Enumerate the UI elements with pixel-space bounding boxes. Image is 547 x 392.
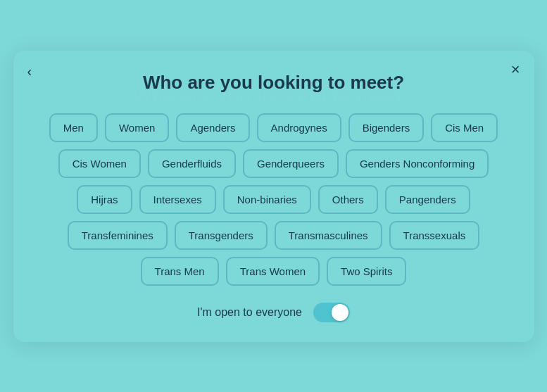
toggle-knob bbox=[332, 304, 348, 321]
tag-intersexes[interactable]: Intersexes bbox=[139, 185, 216, 214]
tag-men[interactable]: Men bbox=[49, 113, 98, 142]
tag-transmasculines[interactable]: Transmasculines bbox=[275, 221, 382, 250]
tag-women[interactable]: Women bbox=[105, 113, 169, 142]
tag-genders-nonconforming[interactable]: Genders Nonconforming bbox=[346, 149, 489, 178]
tag-transsexuals[interactable]: Transsexuals bbox=[389, 221, 480, 250]
tag-pangenders[interactable]: Pangenders bbox=[385, 185, 470, 214]
modal-header: Who are you looking to meet? bbox=[34, 72, 513, 94]
tag-agenders[interactable]: Agenders bbox=[176, 113, 249, 142]
open-everyone-toggle[interactable] bbox=[313, 303, 350, 322]
tag-cis-men[interactable]: Cis Men bbox=[431, 113, 498, 142]
tag-non-binaries[interactable]: Non-binaries bbox=[223, 185, 311, 214]
open-everyone-row: I'm open to everyone bbox=[34, 303, 513, 322]
tag-trans-men[interactable]: Trans Men bbox=[141, 257, 219, 286]
tag-trans-women[interactable]: Trans Women bbox=[226, 257, 320, 286]
close-button[interactable]: × bbox=[511, 62, 520, 77]
modal-dialog: ‹ Who are you looking to meet? × MenWome… bbox=[13, 51, 534, 342]
tag-androgynes[interactable]: Androgynes bbox=[257, 113, 341, 142]
backdrop: Ideal person Who are you looking to meet… bbox=[0, 0, 547, 392]
tag-two-spirits[interactable]: Two Spirits bbox=[327, 257, 406, 286]
tag-cis-women[interactable]: Cis Women bbox=[58, 149, 141, 178]
modal-title: Who are you looking to meet? bbox=[34, 72, 513, 94]
tag-bigenders[interactable]: Bigenders bbox=[348, 113, 425, 142]
back-button[interactable]: ‹ bbox=[27, 63, 32, 80]
tags-container: MenWomenAgendersAndrogynesBigendersCis M… bbox=[34, 113, 513, 286]
tag-transgenders[interactable]: Transgenders bbox=[175, 221, 268, 250]
tag-transfeminines[interactable]: Transfeminines bbox=[68, 221, 168, 250]
tag-hijras[interactable]: Hijras bbox=[77, 185, 132, 214]
tag-others[interactable]: Others bbox=[318, 185, 378, 214]
open-everyone-label: I'm open to everyone bbox=[197, 306, 302, 319]
tag-genderfluids[interactable]: Genderfluids bbox=[148, 149, 236, 178]
tag-genderqueers[interactable]: Genderqueers bbox=[243, 149, 339, 178]
